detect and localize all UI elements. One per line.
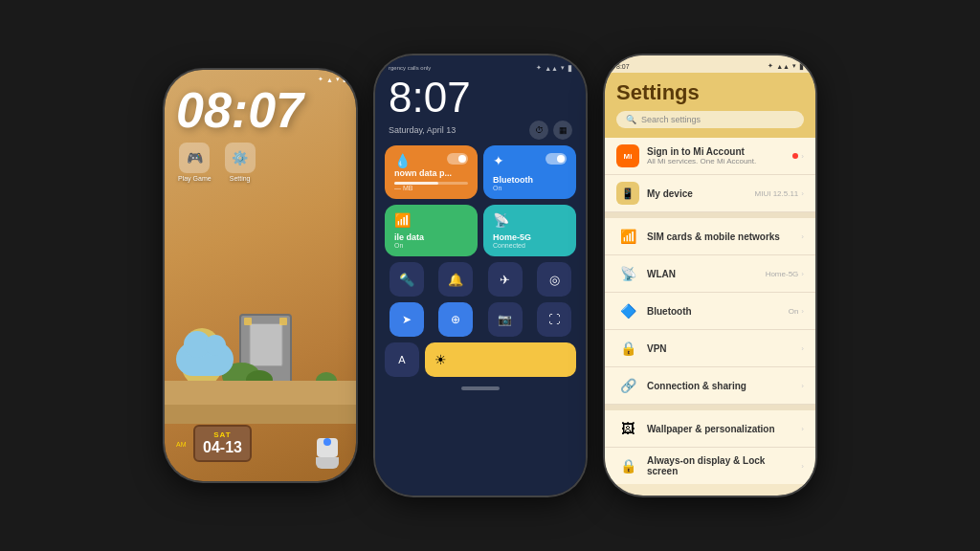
- phone-1: ✦ ▲ ▾ ▮ 08:07 🎮 Play Game ⚙️ Setting: [165, 70, 356, 481]
- timer-icon[interactable]: ⏱: [529, 121, 548, 140]
- sun-icon: ☀: [434, 352, 447, 367]
- settings-item-always-on[interactable]: 🔒 Always-on display & Lock screen ›: [605, 448, 815, 484]
- chevron-icon: ›: [801, 344, 804, 353]
- chevron-icon: ›: [801, 270, 804, 278]
- my-device-title: My device: [647, 188, 747, 199]
- my-device-content: My device: [647, 188, 747, 199]
- miui-version: MIUI 12.5.11: [755, 189, 799, 198]
- settings-item-wallpaper[interactable]: 🖼 Wallpaper & personalization ›: [605, 410, 815, 448]
- wifi-tile[interactable]: 📡 Home-5G Connected: [483, 205, 576, 256]
- wlan-title: WLAN: [647, 269, 758, 279]
- wlan-icon: 📡: [616, 262, 639, 285]
- mobile-tile[interactable]: 📶 ile data On: [385, 205, 478, 256]
- phone3-bt-icon: ✦: [768, 62, 773, 70]
- bluetooth-title: Bluetooth: [647, 306, 781, 317]
- phone-3: 8:07 ✦ ▲▲ ▾ ▮ Settings 🔍 Search settings…: [605, 55, 815, 496]
- wlan-content: WLAN: [647, 269, 758, 279]
- mobile-icon: 📶: [394, 212, 411, 228]
- chevron-icon: ›: [801, 462, 804, 471]
- brightness-slider[interactable]: ☀: [425, 342, 576, 377]
- period-label: AM: [176, 440, 187, 447]
- mobile-data-tile[interactable]: 💧 nown data p... — MB: [385, 145, 478, 199]
- data-icon: 💧: [394, 153, 411, 168]
- phone3-status-bar: 8:07 ✦ ▲▲ ▾ ▮: [605, 55, 815, 73]
- flashlight-button[interactable]: 🔦: [390, 262, 424, 297]
- data-toggle[interactable]: [447, 153, 468, 165]
- wlan-ssid: Home-5G: [766, 270, 799, 278]
- wallpaper-right: ›: [801, 425, 804, 433]
- notification-button[interactable]: 🔔: [438, 262, 473, 297]
- settings-item-connection-sharing[interactable]: 🔗 Connection & sharing ›: [605, 367, 815, 405]
- bluetooth-tile[interactable]: ✦ Bluetooth On: [483, 145, 576, 199]
- auto-brightness-button[interactable]: A: [385, 342, 419, 377]
- control-row-1: 🔦 🔔 ✈ ◎: [375, 256, 586, 297]
- battery-indicator: ▮: [568, 63, 572, 73]
- settings-item-vpn[interactable]: 🔒 VPN ›: [605, 330, 815, 367]
- signal-bars: ▲▲: [545, 65, 558, 72]
- wlan-right: Home-5G ›: [766, 270, 804, 278]
- connection-sharing-icon: 🔗: [616, 374, 639, 397]
- settings-item-mi-account[interactable]: Mi Sign in to Mi Account All Mi services…: [605, 138, 815, 175]
- nfc-button[interactable]: ◎: [537, 262, 571, 297]
- phone-2-screen: rgency calls only ✦ ▲▲ ▾ ▮ 8:07 Saturday…: [375, 55, 586, 496]
- vpn-title: VPN: [647, 343, 793, 354]
- connection-sharing-content: Connection & sharing: [647, 381, 793, 391]
- phone1-bluetooth-icon: ✦: [318, 76, 323, 83]
- control-tiles-grid: 💧 nown data p... — MB ✦ Bluetooth On: [375, 145, 586, 256]
- my-device-right: MIUI 12.5.11 ›: [755, 189, 804, 198]
- phone3-wifi-icon: ▾: [792, 62, 796, 70]
- airplane-button[interactable]: ✈: [488, 262, 523, 297]
- wallpaper-icon: 🖼: [616, 417, 639, 440]
- sim-content: SIM cards & mobile networks: [647, 231, 793, 242]
- settings-item-sim[interactable]: 📶 SIM cards & mobile networks ›: [605, 218, 815, 255]
- day-label: SAT: [203, 430, 242, 439]
- bluetooth-right: On ›: [789, 307, 804, 316]
- bluetooth-status: On: [789, 307, 799, 316]
- bluetooth-toggle[interactable]: [546, 153, 567, 165]
- location-button[interactable]: ➤: [390, 302, 424, 337]
- mobile-label: ile data: [394, 232, 468, 242]
- always-on-right: ›: [801, 462, 804, 471]
- connection-sharing-right: ›: [801, 382, 804, 390]
- phone1-wifi-icon: ▾: [336, 76, 340, 83]
- date-box: SAT 04-13 AM: [193, 425, 252, 462]
- settings-item-wlan[interactable]: 📡 WLAN Home-5G ›: [605, 255, 815, 293]
- phone-3-screen: 8:07 ✦ ▲▲ ▾ ▮ Settings 🔍 Search settings…: [605, 55, 815, 496]
- carrier-text: rgency calls only: [389, 65, 431, 71]
- wifi-ssid-label: Home-5G: [493, 232, 567, 242]
- mi-account-right: ›: [792, 152, 804, 161]
- settings-search-bar[interactable]: 🔍 Search settings: [616, 111, 804, 128]
- search-placeholder: Search settings: [641, 115, 701, 124]
- my-device-icon: 📱: [616, 182, 639, 205]
- sim-right: ›: [801, 232, 804, 241]
- qr-icon[interactable]: ▦: [553, 121, 572, 140]
- settings-list: Mi Sign in to Mi Account All Mi services…: [605, 138, 815, 484]
- bluetooth-sub: On: [493, 185, 567, 191]
- settings-item-my-device[interactable]: 📱 My device MIUI 12.5.11 ›: [605, 175, 815, 212]
- always-on-icon: 🔒: [616, 454, 639, 477]
- search-icon: 🔍: [626, 115, 636, 124]
- brightness-row: A ☀: [375, 337, 586, 377]
- chevron-icon: ›: [801, 152, 804, 161]
- vpn-right: ›: [801, 344, 804, 353]
- chevron-icon: ›: [801, 307, 804, 316]
- wifi-icon: ▾: [561, 64, 565, 72]
- screenshot-button[interactable]: ⛶: [537, 302, 571, 337]
- sim-icon: 📶: [616, 225, 639, 248]
- chevron-icon: ›: [801, 382, 804, 390]
- mobile-sub: On: [394, 242, 468, 249]
- bt-icon: ✦: [536, 64, 542, 72]
- mi-account-sub: All Mi services. One Mi Account.: [647, 157, 785, 165]
- camera-button[interactable]: 📷: [488, 302, 523, 337]
- mi-account-icon: Mi: [616, 144, 639, 167]
- settings-title: Settings: [616, 80, 804, 105]
- wifi-tile-icon: 📡: [493, 212, 509, 228]
- mi-account-title: Sign in to Mi Account: [647, 146, 785, 157]
- chevron-icon: ›: [801, 425, 804, 433]
- settings-item-bluetooth[interactable]: 🔷 Bluetooth On ›: [605, 293, 815, 330]
- wifi-status-sub: Connected: [493, 242, 567, 249]
- control-row-2: ➤ ⊕ 📷 ⛶: [375, 297, 586, 337]
- red-dot-indicator: [792, 153, 798, 159]
- screen-mirror-button[interactable]: ⊕: [438, 302, 473, 337]
- mi-account-content: Sign in to Mi Account All Mi services. O…: [647, 146, 785, 165]
